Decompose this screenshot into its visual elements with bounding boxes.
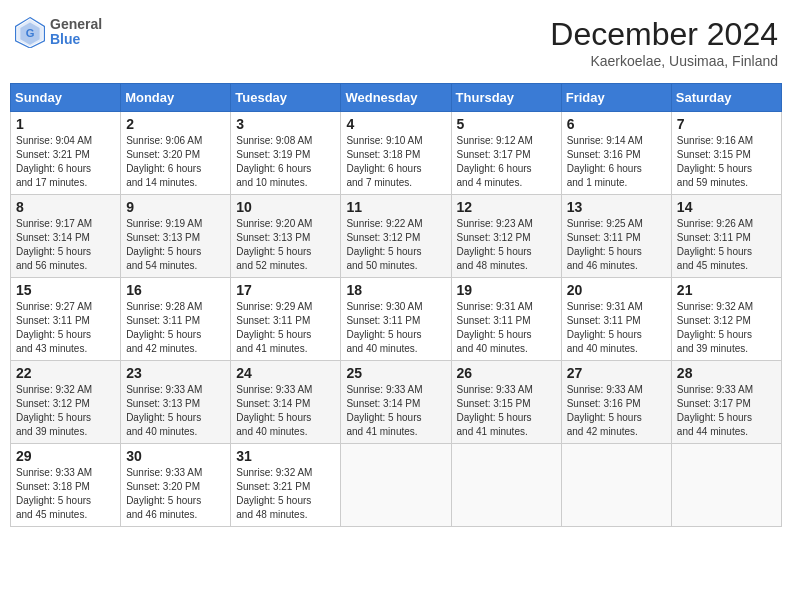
calendar-cell: 21Sunrise: 9:32 AMSunset: 3:12 PMDayligh…	[671, 278, 781, 361]
calendar-cell: 24Sunrise: 9:33 AMSunset: 3:14 PMDayligh…	[231, 361, 341, 444]
header-friday: Friday	[561, 84, 671, 112]
header-saturday: Saturday	[671, 84, 781, 112]
day-number: 31	[236, 448, 335, 464]
calendar-cell: 16Sunrise: 9:28 AMSunset: 3:11 PMDayligh…	[121, 278, 231, 361]
calendar-cell: 29Sunrise: 9:33 AMSunset: 3:18 PMDayligh…	[11, 444, 121, 527]
day-number: 28	[677, 365, 776, 381]
logo-line2: Blue	[50, 32, 102, 47]
calendar-cell: 10Sunrise: 9:20 AMSunset: 3:13 PMDayligh…	[231, 195, 341, 278]
header: G General Blue December 2024 Kaerkoelae,…	[10, 10, 782, 75]
day-info: Sunrise: 9:33 AMSunset: 3:14 PMDaylight:…	[346, 383, 445, 439]
calendar-cell: 23Sunrise: 9:33 AMSunset: 3:13 PMDayligh…	[121, 361, 231, 444]
day-number: 5	[457, 116, 556, 132]
header-sunday: Sunday	[11, 84, 121, 112]
day-number: 24	[236, 365, 335, 381]
calendar-cell: 31Sunrise: 9:32 AMSunset: 3:21 PMDayligh…	[231, 444, 341, 527]
calendar-cell: 6Sunrise: 9:14 AMSunset: 3:16 PMDaylight…	[561, 112, 671, 195]
day-info: Sunrise: 9:33 AMSunset: 3:20 PMDaylight:…	[126, 466, 225, 522]
logo: G General Blue	[14, 16, 102, 48]
day-info: Sunrise: 9:33 AMSunset: 3:16 PMDaylight:…	[567, 383, 666, 439]
day-info: Sunrise: 9:31 AMSunset: 3:11 PMDaylight:…	[457, 300, 556, 356]
day-info: Sunrise: 9:26 AMSunset: 3:11 PMDaylight:…	[677, 217, 776, 273]
logo-line1: General	[50, 17, 102, 32]
logo-icon: G	[14, 16, 46, 48]
day-info: Sunrise: 9:29 AMSunset: 3:11 PMDaylight:…	[236, 300, 335, 356]
calendar-cell: 30Sunrise: 9:33 AMSunset: 3:20 PMDayligh…	[121, 444, 231, 527]
day-number: 15	[16, 282, 115, 298]
calendar-cell: 12Sunrise: 9:23 AMSunset: 3:12 PMDayligh…	[451, 195, 561, 278]
day-number: 21	[677, 282, 776, 298]
week-row-4: 22Sunrise: 9:32 AMSunset: 3:12 PMDayligh…	[11, 361, 782, 444]
calendar-cell	[341, 444, 451, 527]
day-number: 4	[346, 116, 445, 132]
day-info: Sunrise: 9:31 AMSunset: 3:11 PMDaylight:…	[567, 300, 666, 356]
day-info: Sunrise: 9:10 AMSunset: 3:18 PMDaylight:…	[346, 134, 445, 190]
day-number: 2	[126, 116, 225, 132]
day-info: Sunrise: 9:33 AMSunset: 3:15 PMDaylight:…	[457, 383, 556, 439]
calendar-cell: 9Sunrise: 9:19 AMSunset: 3:13 PMDaylight…	[121, 195, 231, 278]
day-info: Sunrise: 9:30 AMSunset: 3:11 PMDaylight:…	[346, 300, 445, 356]
day-info: Sunrise: 9:22 AMSunset: 3:12 PMDaylight:…	[346, 217, 445, 273]
calendar-cell: 25Sunrise: 9:33 AMSunset: 3:14 PMDayligh…	[341, 361, 451, 444]
day-number: 27	[567, 365, 666, 381]
calendar-cell: 5Sunrise: 9:12 AMSunset: 3:17 PMDaylight…	[451, 112, 561, 195]
calendar-cell: 28Sunrise: 9:33 AMSunset: 3:17 PMDayligh…	[671, 361, 781, 444]
day-info: Sunrise: 9:32 AMSunset: 3:12 PMDaylight:…	[677, 300, 776, 356]
calendar-cell: 4Sunrise: 9:10 AMSunset: 3:18 PMDaylight…	[341, 112, 451, 195]
header-monday: Monday	[121, 84, 231, 112]
calendar-cell: 2Sunrise: 9:06 AMSunset: 3:20 PMDaylight…	[121, 112, 231, 195]
calendar-cell: 22Sunrise: 9:32 AMSunset: 3:12 PMDayligh…	[11, 361, 121, 444]
day-number: 7	[677, 116, 776, 132]
day-info: Sunrise: 9:06 AMSunset: 3:20 PMDaylight:…	[126, 134, 225, 190]
day-number: 22	[16, 365, 115, 381]
day-info: Sunrise: 9:04 AMSunset: 3:21 PMDaylight:…	[16, 134, 115, 190]
day-number: 25	[346, 365, 445, 381]
day-number: 30	[126, 448, 225, 464]
week-row-1: 1Sunrise: 9:04 AMSunset: 3:21 PMDaylight…	[11, 112, 782, 195]
calendar-cell: 18Sunrise: 9:30 AMSunset: 3:11 PMDayligh…	[341, 278, 451, 361]
day-number: 11	[346, 199, 445, 215]
day-info: Sunrise: 9:16 AMSunset: 3:15 PMDaylight:…	[677, 134, 776, 190]
svg-text:G: G	[26, 27, 35, 39]
day-number: 19	[457, 282, 556, 298]
day-info: Sunrise: 9:19 AMSunset: 3:13 PMDaylight:…	[126, 217, 225, 273]
day-info: Sunrise: 9:28 AMSunset: 3:11 PMDaylight:…	[126, 300, 225, 356]
day-info: Sunrise: 9:23 AMSunset: 3:12 PMDaylight:…	[457, 217, 556, 273]
day-info: Sunrise: 9:12 AMSunset: 3:17 PMDaylight:…	[457, 134, 556, 190]
calendar-cell	[671, 444, 781, 527]
day-info: Sunrise: 9:33 AMSunset: 3:17 PMDaylight:…	[677, 383, 776, 439]
header-wednesday: Wednesday	[341, 84, 451, 112]
calendar-cell: 20Sunrise: 9:31 AMSunset: 3:11 PMDayligh…	[561, 278, 671, 361]
week-row-2: 8Sunrise: 9:17 AMSunset: 3:14 PMDaylight…	[11, 195, 782, 278]
logo-text: General Blue	[50, 17, 102, 48]
calendar-cell: 15Sunrise: 9:27 AMSunset: 3:11 PMDayligh…	[11, 278, 121, 361]
day-info: Sunrise: 9:08 AMSunset: 3:19 PMDaylight:…	[236, 134, 335, 190]
day-info: Sunrise: 9:14 AMSunset: 3:16 PMDaylight:…	[567, 134, 666, 190]
calendar-subtitle: Kaerkoelae, Uusimaa, Finland	[550, 53, 778, 69]
day-number: 29	[16, 448, 115, 464]
day-number: 13	[567, 199, 666, 215]
calendar-title: December 2024	[550, 16, 778, 53]
day-number: 26	[457, 365, 556, 381]
day-number: 14	[677, 199, 776, 215]
day-info: Sunrise: 9:27 AMSunset: 3:11 PMDaylight:…	[16, 300, 115, 356]
day-number: 9	[126, 199, 225, 215]
calendar-cell: 1Sunrise: 9:04 AMSunset: 3:21 PMDaylight…	[11, 112, 121, 195]
calendar-cell: 27Sunrise: 9:33 AMSunset: 3:16 PMDayligh…	[561, 361, 671, 444]
day-number: 3	[236, 116, 335, 132]
calendar-cell: 17Sunrise: 9:29 AMSunset: 3:11 PMDayligh…	[231, 278, 341, 361]
day-number: 17	[236, 282, 335, 298]
day-number: 20	[567, 282, 666, 298]
day-number: 6	[567, 116, 666, 132]
calendar-table: SundayMondayTuesdayWednesdayThursdayFrid…	[10, 83, 782, 527]
day-info: Sunrise: 9:32 AMSunset: 3:21 PMDaylight:…	[236, 466, 335, 522]
week-row-3: 15Sunrise: 9:27 AMSunset: 3:11 PMDayligh…	[11, 278, 782, 361]
calendar-cell: 3Sunrise: 9:08 AMSunset: 3:19 PMDaylight…	[231, 112, 341, 195]
day-number: 12	[457, 199, 556, 215]
day-info: Sunrise: 9:20 AMSunset: 3:13 PMDaylight:…	[236, 217, 335, 273]
calendar-cell: 14Sunrise: 9:26 AMSunset: 3:11 PMDayligh…	[671, 195, 781, 278]
day-info: Sunrise: 9:32 AMSunset: 3:12 PMDaylight:…	[16, 383, 115, 439]
calendar-cell	[561, 444, 671, 527]
calendar-cell: 13Sunrise: 9:25 AMSunset: 3:11 PMDayligh…	[561, 195, 671, 278]
day-info: Sunrise: 9:33 AMSunset: 3:18 PMDaylight:…	[16, 466, 115, 522]
